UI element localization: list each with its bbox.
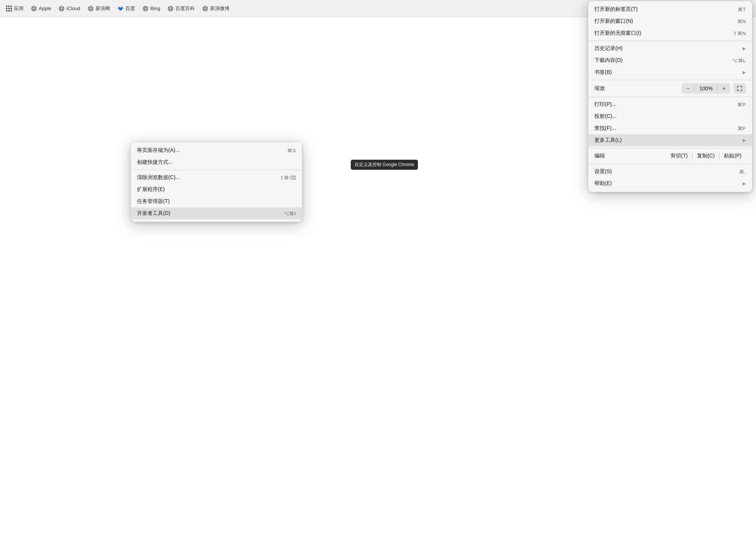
svg-point-0 (32, 6, 37, 11)
bookmark-baidubk-label: 百度百科 (175, 5, 195, 12)
copy-button[interactable]: 复制(C) (693, 151, 719, 161)
submenu-task-manager-label: 任务管理器(T) (137, 198, 170, 205)
primary-context-menu: 打开新的标签页(T) ⌘T 打开新的窗口(N) ⌘N 打开新的无痕窗口(I) ⇧… (588, 1, 752, 192)
chevron-right-icon: ▶ (743, 46, 746, 51)
bookmark-bing-label: Bing (150, 6, 160, 11)
svg-point-26 (204, 6, 206, 11)
bookmark-icloud[interactable]: iCloud (56, 4, 83, 13)
apps-grid-icon (6, 6, 12, 12)
menu-more-tools-label: 更多工具(L) (594, 137, 622, 144)
apps-button[interactable]: 应用 (3, 4, 26, 13)
submenu-task-manager[interactable]: 任务管理器(T) (131, 196, 302, 207)
svg-point-8 (88, 6, 93, 11)
globe-icon-icloud (59, 6, 65, 12)
bookmark-baidu[interactable]: 百度 (115, 4, 138, 13)
svg-point-15 (118, 8, 119, 9)
menu-new-window-label: 打开新的窗口(N) (594, 18, 633, 25)
menu-cast[interactable]: 投射(C)... (588, 110, 752, 122)
submenu-save-page-shortcut: ⌘S (287, 148, 296, 153)
edit-actions: 剪切(T) 复制(C) 粘贴(P) (666, 151, 746, 161)
menu-help[interactable]: 帮助(E) ▶ (588, 178, 752, 190)
menu-new-tab-label: 打开新的标签页(T) (594, 6, 638, 13)
svg-point-21 (168, 6, 173, 11)
menu-cast-label: 投射(C)... (594, 113, 616, 120)
menu-downloads-shortcut: ⌥⌘L (732, 58, 746, 63)
zoom-plus-button[interactable]: ＋ (718, 83, 730, 94)
menu-history[interactable]: 历史记录(H) ▶ (588, 43, 752, 54)
submenu-clear-data[interactable]: 清除浏览数据(C)... ⇧⌘⌫ (131, 172, 302, 184)
menu-new-tab[interactable]: 打开新的标签页(T) ⌘T (588, 3, 752, 15)
submenu-extensions[interactable]: 扩展程序(E) (131, 184, 302, 196)
bookmark-xinlang-label: 新浪网 (96, 5, 110, 12)
svg-point-4 (59, 6, 64, 11)
svg-point-18 (144, 6, 147, 11)
menu-bookmarks[interactable]: 书签(B) ▶ (588, 66, 752, 78)
menu-more-tools[interactable]: 更多工具(L) ▶ (588, 134, 752, 146)
svg-point-9 (90, 6, 92, 11)
submenu-divider-1 (131, 170, 302, 170)
globe-icon (31, 6, 37, 12)
bookmark-baidubk[interactable]: 百度百科 (165, 4, 198, 13)
globe-icon-weibo (202, 6, 208, 12)
apps-label: 应用 (14, 5, 24, 12)
edit-label: 编辑 (594, 153, 666, 159)
bookmark-xinlang[interactable]: 新浪网 (85, 4, 113, 13)
menu-print-shortcut: ⌘P (737, 102, 746, 107)
chevron-right-icon-2: ▶ (743, 70, 746, 75)
menu-help-label: 帮助(E) (594, 180, 612, 187)
submenu-devtools-shortcut: ⌥⌘I (284, 211, 296, 216)
menu-settings-shortcut: ⌘, (739, 169, 746, 175)
paste-button[interactable]: 粘贴(P) (719, 151, 746, 161)
submenu-create-shortcut-label: 创建快捷方式... (137, 159, 173, 166)
divider-5 (588, 164, 752, 164)
globe-icon-baidubk (168, 6, 174, 12)
svg-point-25 (203, 6, 208, 11)
svg-point-22 (169, 6, 172, 11)
menu-new-incognito-label: 打开新的无痕窗口(I) (594, 30, 641, 37)
bookmark-weibo-label: 新浪微博 (210, 5, 229, 12)
submenu-save-page-label: 将页面存储为(A)... (137, 147, 179, 154)
tooltip-text: 自定义及控制 Google Chrome (354, 162, 414, 167)
menu-new-incognito[interactable]: 打开新的无痕窗口(I) ⇧⌘N (588, 27, 752, 39)
svg-point-17 (143, 6, 148, 11)
submenu-extensions-label: 扩展程序(E) (137, 186, 165, 193)
paw-icon-baidu (118, 6, 124, 12)
menu-new-window-shortcut: ⌘N (737, 19, 746, 24)
submenu-clear-data-shortcut: ⇧⌘⌫ (280, 175, 296, 181)
menu-print[interactable]: 打印(P)... ⌘P (588, 98, 752, 110)
zoom-value: 100% (695, 85, 717, 91)
menu-new-incognito-shortcut: ⇧⌘N (733, 31, 746, 36)
menu-find[interactable]: 查找(F)... ⌘F (588, 122, 752, 134)
bookmark-apple-label: Apple (39, 6, 51, 11)
globe-icon-xinlang (88, 6, 94, 12)
fullscreen-button[interactable] (733, 83, 746, 94)
bookmark-bing[interactable]: Bing (140, 4, 163, 13)
submenu-devtools-label: 开发者工具(D) (137, 210, 170, 217)
submenu-devtools[interactable]: 开发者工具(D) ⌥⌘I (131, 207, 302, 219)
svg-point-14 (121, 7, 123, 8)
fullscreen-icon (737, 86, 742, 91)
menu-downloads[interactable]: 下载内容(D) ⌥⌘L (588, 54, 752, 66)
bookmark-sinaweibo[interactable]: 新浪微博 (199, 4, 232, 13)
submenu-create-shortcut[interactable]: 创建快捷方式... (131, 156, 302, 168)
zoom-label: 缩放 (594, 85, 682, 92)
cut-button[interactable]: 剪切(T) (666, 151, 692, 161)
divider-4 (588, 148, 752, 148)
bookmark-apple[interactable]: Apple (28, 4, 54, 13)
zoom-row: 缩放 － 100% ＋ (588, 82, 752, 95)
divider-1 (588, 41, 752, 41)
menu-bookmarks-label: 书签(B) (594, 69, 612, 76)
submenu-save-page[interactable]: 将页面存储为(A)... ⌘S (131, 144, 302, 156)
zoom-controls: － 100% ＋ (682, 83, 730, 94)
menu-print-label: 打印(P)... (594, 101, 616, 108)
menu-settings-label: 设置(S) (594, 168, 612, 175)
chevron-right-icon-4: ▶ (743, 181, 746, 186)
svg-point-5 (60, 6, 63, 11)
divider-3 (588, 97, 752, 97)
zoom-minus-button[interactable]: － (682, 83, 694, 94)
menu-new-window[interactable]: 打开新的窗口(N) ⌘N (588, 15, 752, 27)
menu-history-label: 历史记录(H) (594, 45, 622, 52)
menu-find-shortcut: ⌘F (738, 126, 746, 131)
menu-settings[interactable]: 设置(S) ⌘, (588, 166, 752, 178)
tooltip-customize-chrome: 自定义及控制 Google Chrome (351, 160, 418, 170)
